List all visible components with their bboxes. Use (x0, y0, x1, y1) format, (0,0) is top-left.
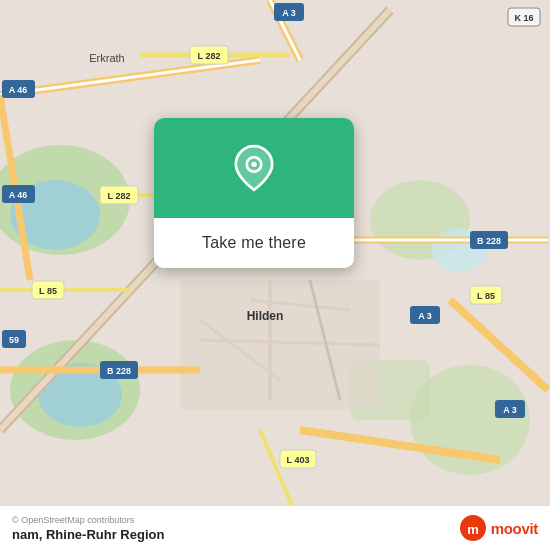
svg-text:L 282: L 282 (198, 51, 221, 61)
map-background: A 3 A 46 A 46 K 16 L 282 L 282 B 228 B 2… (0, 0, 550, 550)
moovit-logo: m moovit (459, 514, 538, 542)
svg-text:59: 59 (9, 335, 19, 345)
svg-text:L 403: L 403 (287, 455, 310, 465)
moovit-text-label: moovit (491, 520, 538, 537)
bottom-bar: © OpenStreetMap contributors nam, Rhine-… (0, 505, 550, 550)
svg-text:L 85: L 85 (39, 286, 57, 296)
svg-text:Hilden: Hilden (247, 309, 284, 323)
svg-text:A 3: A 3 (503, 405, 517, 415)
svg-text:m: m (467, 522, 479, 537)
moovit-icon: m (459, 514, 487, 542)
svg-point-62 (251, 162, 256, 167)
map-container: A 3 A 46 A 46 K 16 L 282 L 282 B 228 B 2… (0, 0, 550, 550)
svg-text:A 46: A 46 (9, 85, 28, 95)
svg-text:A 3: A 3 (282, 8, 296, 18)
svg-text:Erkrath: Erkrath (89, 52, 124, 64)
take-me-there-button[interactable]: Take me there (154, 218, 354, 268)
svg-text:A 46: A 46 (9, 190, 28, 200)
popup-card: Take me there (154, 118, 354, 268)
svg-text:L 85: L 85 (477, 291, 495, 301)
svg-text:L 282: L 282 (108, 191, 131, 201)
svg-text:B 228: B 228 (477, 236, 501, 246)
svg-text:K 16: K 16 (514, 13, 533, 23)
popup-map-section (154, 118, 354, 218)
location-pin-icon (234, 148, 274, 188)
bottom-left: © OpenStreetMap contributors nam, Rhine-… (12, 515, 164, 542)
svg-text:A 3: A 3 (418, 311, 432, 321)
place-name: nam, Rhine-Ruhr Region (12, 527, 164, 542)
osm-attribution: © OpenStreetMap contributors (12, 515, 164, 525)
svg-text:B 228: B 228 (107, 366, 131, 376)
